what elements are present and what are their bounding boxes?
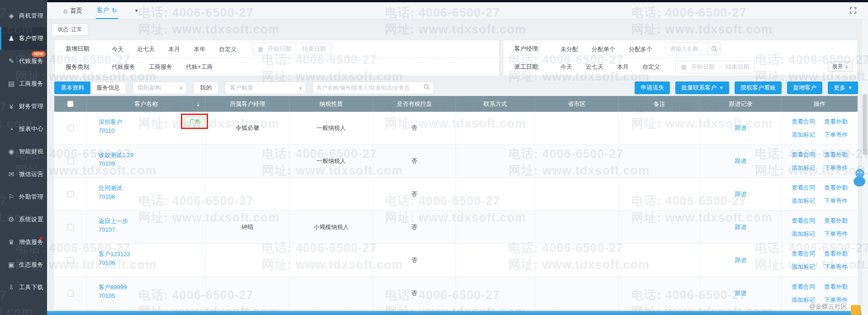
- dispatch-date-range-picker[interactable]: ▦ 开始日期 - 结束日期: [675, 61, 755, 73]
- search-icon[interactable]: [423, 84, 430, 92]
- sidebar-item-ecosystem-cube[interactable]: ▣生态服务: [0, 253, 47, 276]
- add-mark-link[interactable]: 添加标记: [792, 197, 815, 205]
- fullscreen-icon[interactable]: [850, 7, 856, 15]
- follow-up-link[interactable]: 跟进: [735, 157, 747, 165]
- vertical-scrollbar[interactable]: [861, 19, 868, 315]
- view-contract-link[interactable]: 查看合同: [792, 283, 815, 291]
- mine-button[interactable]: 我的: [193, 81, 218, 94]
- filter-option[interactable]: 未分配: [560, 46, 578, 52]
- filter-option[interactable]: 分配多个: [629, 46, 652, 52]
- filter-option[interactable]: 本月: [168, 46, 180, 52]
- filter-option[interactable]: 自定义:: [642, 63, 662, 70]
- order-courier-link[interactable]: 下单寄件: [824, 263, 848, 271]
- order-courier-link[interactable]: 下单寄件: [824, 164, 848, 172]
- sidebar-item-report-pie[interactable]: ◔报表中心: [0, 118, 47, 140]
- order-courier-link[interactable]: 下单寄件: [824, 197, 848, 205]
- action-button-0[interactable]: 申请流失: [635, 81, 670, 94]
- filter-option[interactable]: 本月: [617, 63, 629, 70]
- action-button-1[interactable]: 批量联系客户▼: [675, 81, 729, 94]
- filter-option[interactable]: 分配单个: [592, 46, 615, 52]
- view-contract-link[interactable]: 查看合同: [792, 151, 815, 159]
- view-contract-link[interactable]: 查看合同: [792, 118, 815, 126]
- customer-code-link[interactable]: 70110: [99, 126, 122, 135]
- filter-option[interactable]: 近七天: [586, 63, 603, 70]
- manager-search-button[interactable]: [707, 43, 721, 55]
- view-outwork-link[interactable]: 查看外勤: [824, 118, 848, 126]
- sidebar-item-bookkeeping-pencil[interactable]: ✎代账服务NEW: [0, 50, 47, 72]
- row-checkbox[interactable]: [67, 290, 74, 296]
- view-contract-link[interactable]: 查看合同: [792, 184, 815, 192]
- customer-name-link[interactable]: 返回上一步: [99, 217, 128, 225]
- filter-option[interactable]: 近七天: [137, 46, 155, 52]
- sidebar-item-wechat[interactable]: ✉微信运营: [0, 163, 47, 186]
- follow-up-link[interactable]: 跟进: [735, 223, 747, 231]
- add-mark-link[interactable]: 添加标记: [792, 164, 815, 172]
- order-courier-link[interactable]: 下单寄件: [824, 131, 848, 139]
- add-mark-link[interactable]: 添加标记: [792, 263, 815, 271]
- view-contract-link[interactable]: 查看合同: [792, 217, 815, 225]
- scrollbar-thumb[interactable]: [863, 94, 867, 155]
- refresh-icon[interactable]: ↻: [112, 7, 117, 14]
- customer-name-link[interactable]: 客户123123: [99, 250, 130, 258]
- sidebar-item-briefcase[interactable]: ▤工商服务: [0, 72, 47, 95]
- customer-name-link[interactable]: 收款测试1,29: [99, 151, 133, 159]
- status-filter-tag[interactable]: 状态: 正常: [52, 24, 88, 36]
- row-checkbox[interactable]: [67, 257, 74, 263]
- sidebar-item-gear[interactable]: ⚙系统设置: [0, 208, 47, 231]
- org-structure-dropdown[interactable]: 组织架构 ∨: [133, 81, 187, 94]
- customer-name-link[interactable]: 合同测试: [99, 184, 122, 192]
- add-mark-link[interactable]: 添加标记: [792, 131, 815, 139]
- view-outwork-link[interactable]: 查看外勤: [824, 217, 848, 225]
- view-outwork-link[interactable]: 查看外勤: [824, 184, 848, 192]
- view-outwork-link[interactable]: 查看外勤: [824, 283, 848, 291]
- view-contract-link[interactable]: 查看合同: [792, 250, 815, 258]
- order-courier-link[interactable]: 下单寄件: [824, 230, 848, 238]
- expand-filters-button[interactable]: 展开 ∨: [828, 61, 853, 72]
- select-all-checkbox[interactable]: [67, 101, 73, 107]
- customer-name-link[interactable]: 深圳客户: [99, 118, 122, 126]
- add-date-range-picker[interactable]: ▦ 开始日期 - 结束日期: [252, 43, 332, 55]
- customer-tag-dropdown[interactable]: 客户标签 ∨: [225, 81, 306, 94]
- follow-up-link[interactable]: 跟进: [735, 124, 747, 132]
- customer-code-link[interactable]: 70109: [99, 159, 133, 168]
- sidebar-item-fieldwork[interactable]: ⚐外勤管理: [0, 186, 47, 208]
- tab-list-caret-icon[interactable]: ▼: [134, 8, 139, 13]
- view-tab-0[interactable]: 基本资料: [54, 81, 90, 94]
- customer-code-link[interactable]: 70106: [99, 258, 130, 267]
- sidebar-item-finance-ledger[interactable]: ¥财务管理: [0, 95, 47, 118]
- row-checkbox[interactable]: [67, 224, 74, 230]
- filter-option[interactable]: 代账服务: [112, 63, 135, 70]
- customer-search-input[interactable]: [313, 85, 423, 91]
- manager-name-input[interactable]: [666, 43, 707, 55]
- view-tab-1[interactable]: 服务信息: [90, 81, 126, 94]
- tab-customers[interactable]: 客户 ↻: [96, 2, 118, 19]
- action-button-4[interactable]: 更多▼: [828, 81, 858, 94]
- customer-code-link[interactable]: 70105: [99, 291, 127, 300]
- filter-option[interactable]: 今天: [112, 46, 123, 52]
- follow-up-link[interactable]: 跟进: [735, 190, 747, 198]
- customer-code-link[interactable]: 70108: [99, 192, 122, 201]
- sidebar-item-customer[interactable]: ♟客户管理: [0, 27, 47, 50]
- sidebar-item-download[interactable]: ⇩工具下载: [0, 276, 47, 299]
- sidebar-item-opportunity[interactable]: ◈商机管理: [0, 5, 47, 27]
- sidebar-item-smart-tax[interactable]: ◉智能财税: [0, 140, 47, 163]
- filter-option[interactable]: 自定义:: [219, 46, 238, 52]
- sidebar-item-crown[interactable]: ♛增值服务: [0, 231, 47, 253]
- filter-option[interactable]: 本年: [194, 46, 205, 52]
- row-checkbox[interactable]: [67, 158, 74, 164]
- follow-up-link[interactable]: 跟进: [735, 256, 747, 264]
- customer-name-link[interactable]: 客户89999: [99, 283, 127, 291]
- customer-code-link[interactable]: 70107: [99, 225, 128, 234]
- filter-option[interactable]: 工商服务: [149, 63, 172, 70]
- action-button-3[interactable]: 新增客户: [787, 81, 822, 94]
- sort-icons[interactable]: ▲▼: [196, 101, 200, 107]
- add-mark-link[interactable]: 添加标记: [792, 230, 815, 238]
- view-outwork-link[interactable]: 查看外勤: [824, 250, 848, 258]
- follow-up-link[interactable]: 跟进: [735, 289, 747, 297]
- mascot-icon[interactable]: [851, 168, 866, 188]
- row-checkbox[interactable]: [67, 191, 74, 197]
- view-outwork-link[interactable]: 查看外勤: [824, 151, 848, 159]
- filter-option[interactable]: 代账+工商: [186, 63, 213, 70]
- filter-option[interactable]: 今天: [560, 63, 572, 70]
- action-button-2[interactable]: 授权客户看账: [735, 81, 782, 94]
